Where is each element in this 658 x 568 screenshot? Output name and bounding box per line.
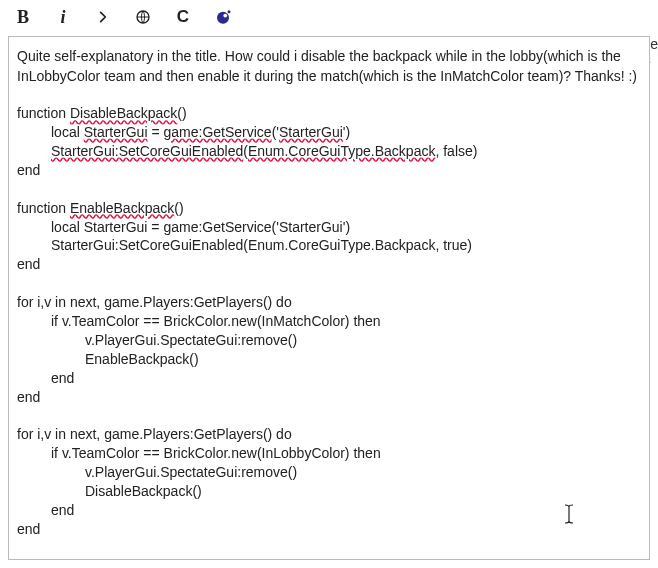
text-cursor-icon: [563, 504, 575, 531]
lua-button[interactable]: [212, 6, 234, 28]
lua-icon: [214, 8, 232, 26]
svg-point-1: [217, 12, 229, 24]
globe-button[interactable]: [132, 6, 154, 28]
chevron-right-icon: [96, 10, 110, 24]
description-text: Quite self-explanatory in the title. How…: [17, 47, 641, 86]
code-button[interactable]: C: [172, 6, 194, 28]
globe-icon: [135, 9, 151, 25]
code-content: function DisableBackpack() local Starter…: [17, 104, 641, 538]
quote-button[interactable]: [92, 6, 114, 28]
svg-point-3: [228, 10, 231, 13]
editor-textarea[interactable]: Quite self-explanatory in the title. How…: [8, 36, 650, 560]
svg-point-2: [223, 14, 227, 18]
bold-button[interactable]: B: [12, 6, 34, 28]
italic-button[interactable]: i: [52, 6, 74, 28]
editor-toolbar: B i C: [0, 0, 658, 36]
